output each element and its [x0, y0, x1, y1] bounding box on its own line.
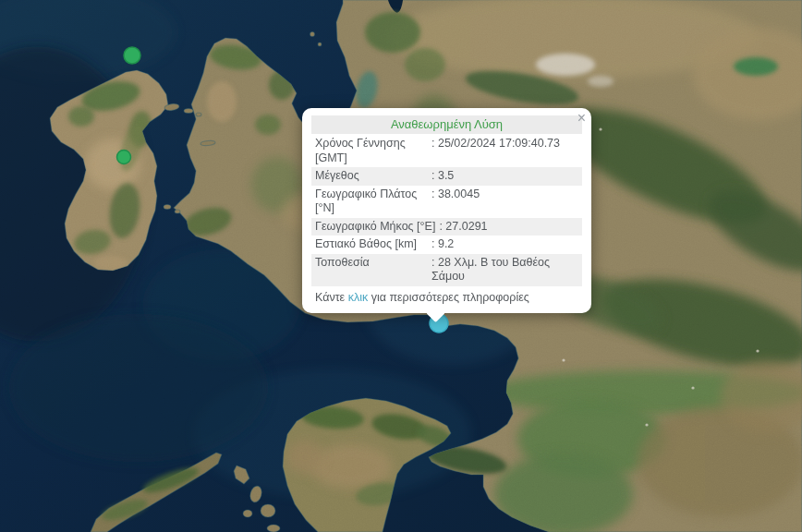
footer-text-suffix: για περισσότερες πληροφορίες — [371, 291, 529, 304]
row-label: Γεωγραφικό Πλάτος [°N] — [315, 187, 431, 216]
row-value: : 3.5 — [431, 169, 578, 184]
earthquake-marker-green-1[interactable] — [124, 47, 140, 64]
row-value: : 38.0045 — [431, 187, 578, 202]
info-row-longitude: Γεωγραφικό Μήκος [°E] : 27.0291 — [311, 218, 582, 236]
row-label: Τοποθεσία — [315, 256, 431, 271]
row-label: Μέγεθος — [315, 169, 431, 184]
click-link[interactable]: κλικ — [348, 291, 369, 304]
info-row-location: Τοποθεσία : 28 Χλμ. Β του Βαθέος Σάμου — [311, 254, 582, 286]
row-label: Γεωγραφικό Μήκος [°E] — [315, 220, 439, 235]
info-row-depth: Εστιακό Βάθος [km] : 9.2 — [311, 236, 582, 254]
close-icon[interactable]: × — [577, 111, 586, 126]
popup-footer: Κάντε κλικ για περισσότερες πληροφορίες — [311, 286, 582, 307]
earthquake-marker-green-2[interactable] — [117, 151, 131, 164]
footer-text-prefix: Κάντε — [315, 291, 345, 304]
row-value: : 25/02/2024 17:09:40.73 — [431, 137, 578, 151]
map-screenshot: × Αναθεωρημένη Λύση Χρόνος Γέννησης [GMT… — [0, 0, 802, 532]
popup-title: Αναθεωρημένη Λύση — [311, 115, 582, 134]
row-value: : 27.0291 — [439, 220, 578, 235]
earthquake-info-popup: × Αναθεωρημένη Λύση Χρόνος Γέννησης [GMT… — [302, 108, 591, 313]
info-row-magnitude: Μέγεθος : 3.5 — [311, 167, 582, 186]
info-row-origin-time: Χρόνος Γέννησης [GMT] : 25/02/2024 17:09… — [311, 135, 582, 167]
row-value: : 9.2 — [431, 237, 578, 252]
info-row-latitude: Γεωγραφικό Πλάτος [°N] : 38.0045 — [311, 186, 582, 218]
row-label: Εστιακό Βάθος [km] — [315, 237, 431, 252]
row-value: : 28 Χλμ. Β του Βαθέος Σάμου — [431, 256, 578, 284]
row-label: Χρόνος Γέννησης [GMT] — [315, 137, 431, 165]
